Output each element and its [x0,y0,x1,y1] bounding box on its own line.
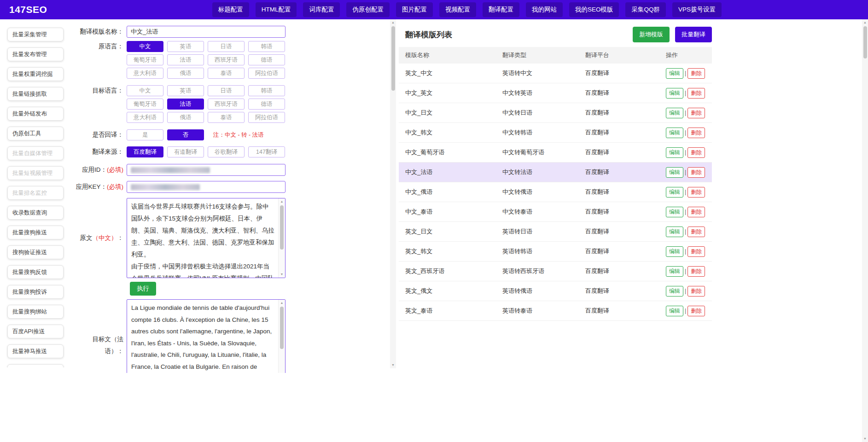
edit-button[interactable]: 编辑 [666,286,683,297]
target-lang-th[interactable]: 泰语 [208,112,245,123]
source-baidu[interactable]: 百度翻译 [127,146,163,157]
template-name-input[interactable]: 中文_法语 [127,26,285,38]
edit-button[interactable]: 编辑 [666,108,683,118]
table-row[interactable]: 中文_葡萄牙语中文转葡萄牙语百度翻译编辑|删除 [399,143,712,163]
source-lang-th[interactable]: 泰语 [208,68,245,79]
delete-button[interactable]: 删除 [687,207,705,217]
edit-button[interactable]: 编辑 [666,68,683,79]
delete-button[interactable]: 删除 [687,68,705,79]
delete-button[interactable]: 删除 [687,286,705,297]
app-logo[interactable]: 147SEO [9,4,47,15]
nav-item-my-seo-templates[interactable]: 我的SEO模版 [569,2,619,17]
sidebar-item-self-media[interactable]: 批量自媒体管理 [7,146,64,160]
edit-button[interactable]: 编辑 [666,246,683,257]
delete-button[interactable]: 删除 [687,266,705,277]
delete-button[interactable]: 删除 [687,306,705,316]
edit-button[interactable]: 编辑 [666,88,683,99]
table-row[interactable]: 中文_韩文中文转韩语百度翻译编辑|删除 [399,123,712,143]
edit-button[interactable]: 编辑 [666,147,683,158]
textarea-scrollbar[interactable]: ▲ ▼ [278,198,285,278]
source-lang-es[interactable]: 西班牙语 [208,54,245,65]
sidebar-item-batch-publish[interactable]: 批量发布管理 [7,47,64,61]
nav-item-video-config[interactable]: 视频配置 [439,2,476,17]
source-google[interactable]: 谷歌翻译 [208,146,245,157]
sidebar-item-baidu-api-push[interactable]: 百度API推送 [7,325,64,338]
source-youdao[interactable]: 有道翻译 [167,146,204,157]
target-lang-ja[interactable]: 日语 [208,85,245,96]
source-lang-de[interactable]: 德语 [248,54,285,65]
table-row[interactable]: 英文_泰语英语转泰语百度翻译编辑|删除 [399,301,712,321]
table-row[interactable]: 英文_俄文英语转俄语百度翻译编辑|删除 [399,281,712,301]
table-row[interactable]: 英文_韩文英语转韩语百度翻译编辑|删除 [399,242,712,262]
scroll-down-icon[interactable]: ▼ [390,362,396,368]
sidebar-item-shenma-push[interactable]: 批量神马推送 [7,344,64,358]
sidebar-item-sogou-verify-push[interactable]: 搜狗验证推送 [7,245,64,259]
scroll-down-icon[interactable]: ▼ [862,436,868,442]
sidebar-item-rank-monitor[interactable]: 批量排名监控 [7,186,64,200]
sidebar-item-sogou-feedback[interactable]: 批量搜狗反馈 [7,265,64,279]
sidebar-item-backlink-publish[interactable]: 批量外链发布 [7,107,64,121]
target-lang-ru[interactable]: 俄语 [167,112,204,123]
page-scrollbar[interactable]: ▲ ▼ [862,19,868,442]
scroll-up-icon[interactable]: ▲ [862,20,868,25]
scroll-up-icon[interactable]: ▲ [390,20,396,25]
delete-button[interactable]: 删除 [687,187,705,198]
target-lang-de[interactable]: 德语 [248,99,285,110]
table-row[interactable]: 英文_中文英语转中文百度翻译编辑|删除 [399,64,712,83]
nav-item-thesaurus-config[interactable]: 词库配置 [303,2,340,17]
target-text-area[interactable]: La Ligue mondiale de tennis de table d'a… [127,299,285,373]
edit-button[interactable]: 编辑 [666,167,683,178]
target-lang-zh[interactable]: 中文 [127,85,163,96]
nav-item-title-config[interactable]: 标题配置 [212,2,249,17]
table-row-selected[interactable]: 中文_法语中文转法语百度翻译编辑|删除 [399,163,712,182]
target-lang-fr[interactable]: 法语 [167,99,204,110]
sidebar-item-link-grab[interactable]: 批量链接抓取 [7,87,64,101]
delete-button[interactable]: 删除 [687,246,705,257]
delete-button[interactable]: 删除 [687,108,705,118]
source-lang-ja[interactable]: 日语 [208,41,245,52]
source-lang-ar[interactable]: 阿拉伯语 [248,68,285,79]
target-lang-pt[interactable]: 葡萄牙语 [127,99,163,110]
sidebar-item-sogou-bind-site[interactable]: 批量搜狗绑站 [7,305,64,319]
nav-item-my-sites[interactable]: 我的网站 [526,2,563,17]
delete-button[interactable]: 删除 [687,88,705,99]
nav-item-pseudo-original-config[interactable]: 伪原创配置 [346,2,390,17]
source-lang-en[interactable]: 英语 [167,41,204,52]
target-lang-ko[interactable]: 韩语 [248,85,285,96]
table-row[interactable]: 英文_日文英语转日语百度翻译编辑|删除 [399,222,712,242]
scrollbar-thumb[interactable] [280,205,284,250]
textarea-scrollbar[interactable]: ▲ [278,300,285,373]
original-text-area[interactable]: 该届当今世界乒乓球联赛共计16支球会参与。除中国队外，余下15支球会分别为阿根廷… [127,198,285,278]
sidebar-item-weight-word-mining[interactable]: 批量权重词挖掘 [7,67,64,81]
target-lang-ar[interactable]: 阿拉伯语 [248,112,285,123]
target-lang-it[interactable]: 意大利语 [127,112,163,123]
app-id-input[interactable] [127,164,285,176]
nav-item-qq-group[interactable]: 采集QQ群 [625,2,666,17]
delete-button[interactable]: 删除 [687,227,705,237]
sidebar-item-sogou-complaint[interactable]: 批量搜狗投诉 [7,285,64,299]
table-row[interactable]: 中文_英文中文转英语百度翻译编辑|删除 [399,83,712,103]
execute-button[interactable]: 执行 [130,282,156,296]
table-row[interactable]: 中文_日文中文转日语百度翻译编辑|删除 [399,103,712,123]
source-lang-it[interactable]: 意大利语 [127,68,163,79]
edit-button[interactable]: 编辑 [666,306,683,316]
source-lang-ko[interactable]: 韩语 [248,41,285,52]
target-lang-en[interactable]: 英语 [167,85,204,96]
back-translate-no[interactable]: 否 [167,129,204,140]
source-lang-pt[interactable]: 葡萄牙语 [127,54,163,65]
sidebar-item-partial[interactable] [7,364,64,367]
table-row[interactable]: 中文_俄语中文转俄语百度翻译编辑|删除 [399,182,712,202]
add-template-button[interactable]: 新增模版 [633,27,670,42]
target-lang-es[interactable]: 西班牙语 [208,99,245,110]
batch-translate-button[interactable]: 批量翻译 [675,27,712,42]
scrollbar-thumb[interactable] [280,307,284,349]
nav-item-image-config[interactable]: 图片配置 [396,2,433,17]
source-147[interactable]: 147翻译 [248,146,285,157]
sidebar-item-batch-collect[interactable]: 批量采集管理 [7,28,64,41]
sidebar-item-index-data-query[interactable]: 收录数据查询 [7,206,64,220]
back-translate-yes[interactable]: 是 [127,129,163,140]
scroll-up-icon[interactable]: ▲ [279,300,285,306]
nav-item-translate-config[interactable]: 翻译配置 [483,2,519,17]
edit-button[interactable]: 编辑 [666,227,683,237]
edit-button[interactable]: 编辑 [666,266,683,277]
